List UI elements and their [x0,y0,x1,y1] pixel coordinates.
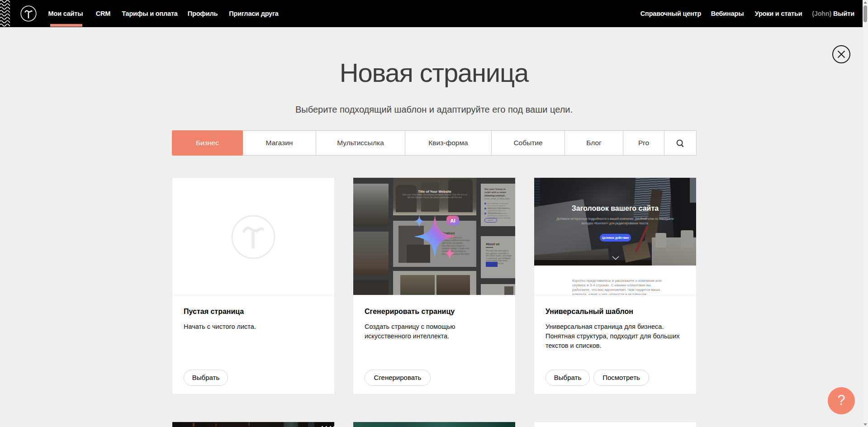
svg-text:AI: AI [451,218,455,223]
